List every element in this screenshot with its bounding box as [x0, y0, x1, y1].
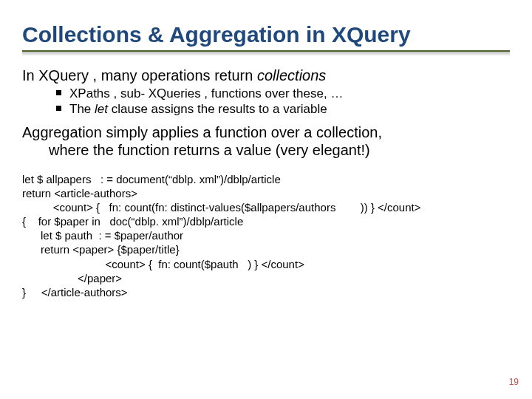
code-line: <count> { fn: count(fn: distinct-values(… — [22, 200, 510, 214]
slide: Collections & Aggregation in XQuery In X… — [0, 0, 532, 399]
bullet-text-c: clause assigns the results to a variable — [108, 102, 327, 116]
slide-title: Collections & Aggregation in XQuery — [22, 22, 510, 47]
title-underline — [22, 50, 510, 56]
intro-line: In XQuery , many operations return colle… — [22, 66, 510, 84]
code-line: let $ pauth : = $paper/author — [22, 228, 510, 242]
bullet-text-a: The — [69, 102, 95, 116]
slide-number: 19 — [509, 377, 519, 387]
code-line: let $ allpapers : = document(“dblp. xml”… — [22, 172, 510, 186]
intro-emphasis: collections — [257, 67, 326, 83]
code-line: return <article-authors> — [22, 186, 510, 200]
intro-text: In XQuery , many operations return — [22, 67, 257, 83]
bullet-text-em: let — [95, 102, 108, 116]
aggregation-paragraph: Aggregation simply applies a function ov… — [22, 123, 510, 159]
code-line: <count> { fn: count($pauth ) } </count> — [22, 257, 510, 271]
code-block: let $ allpapers : = document(“dblp. xml”… — [22, 172, 510, 300]
rule-shadow — [22, 52, 510, 56]
agg-line1: Aggregation simply applies a function ov… — [22, 124, 382, 140]
body-text: In XQuery , many operations return colle… — [22, 66, 510, 299]
bullet-text: XPaths , sub- XQueries , functions over … — [69, 86, 343, 100]
code-line: } </article-authors> — [22, 285, 510, 299]
list-item: The let clause assigns the results to a … — [56, 101, 510, 117]
list-item: XPaths , sub- XQueries , functions over … — [56, 86, 510, 101]
code-line: { for $paper in doc(“dblp. xml”)/dblp/ar… — [22, 214, 510, 228]
code-line: </paper> — [22, 271, 510, 285]
bullet-list: XPaths , sub- XQueries , functions over … — [22, 86, 510, 117]
agg-line2: where the function returns a value (very… — [22, 141, 510, 159]
code-line: return <paper> {$paper/title} — [22, 242, 510, 256]
